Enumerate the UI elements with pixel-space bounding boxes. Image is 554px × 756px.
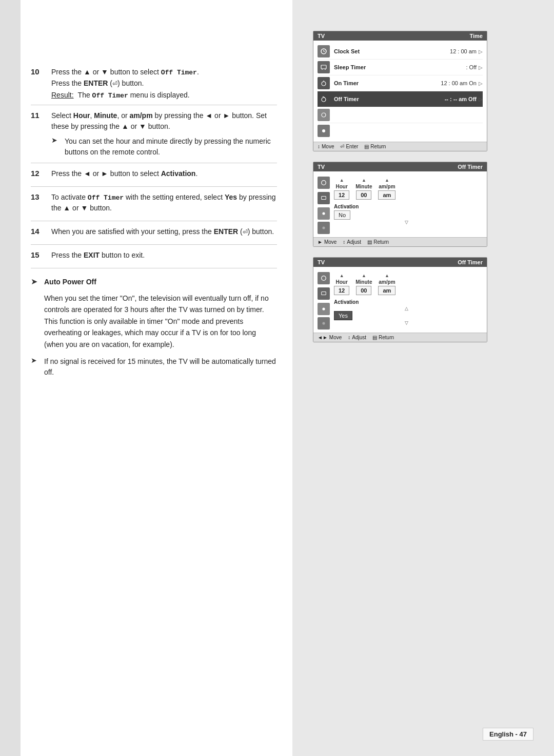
hour-col-2: ▲ Hour 12 bbox=[334, 178, 349, 200]
hour-label-2: Hour bbox=[335, 184, 347, 189]
move-icon-3: ◄► bbox=[318, 335, 328, 340]
activation-yes-button[interactable]: Yes bbox=[334, 311, 352, 320]
step-12-text: Press the ◄ or ► button to select Activa… bbox=[51, 168, 277, 179]
sleep-icon bbox=[318, 61, 330, 73]
arrow-text-11: You can set the hour and minute directly… bbox=[65, 136, 277, 158]
return-icon-2: ▤ bbox=[367, 239, 372, 245]
misc1-icon bbox=[318, 109, 330, 121]
step-11-text: Select Hour, Minute, or am/pm by pressin… bbox=[51, 110, 277, 132]
p2-misc-icon bbox=[318, 207, 330, 220]
tv-row-off-timer: Off Timer -- : -- am Off ▷ bbox=[318, 91, 483, 107]
misc2-icon bbox=[318, 125, 330, 137]
minute-up-arrow-3: ▲ bbox=[362, 273, 366, 278]
on-timer-label: On Timer bbox=[334, 80, 437, 86]
minute-col-2: ▲ Minute 00 bbox=[355, 178, 372, 200]
svg-point-12 bbox=[322, 181, 326, 185]
activation-no-button[interactable]: No bbox=[334, 210, 350, 220]
page-container: 10 Press the ▲ or ▼ button to select Off… bbox=[0, 0, 554, 756]
tv-panel-1-header: TV Time bbox=[313, 31, 487, 41]
step-content-11: Select Hour, Minute, or am/pm by pressin… bbox=[51, 110, 277, 158]
page-footer: English - 47 bbox=[483, 728, 533, 741]
step-13-text: To activate Off Timer with the setting e… bbox=[51, 192, 277, 214]
return-icon-1: ▤ bbox=[364, 144, 369, 149]
auto-power-para1: When you set the timer "On", the televis… bbox=[44, 293, 277, 350]
hour-value-2: 12 bbox=[334, 190, 349, 200]
adjust-label-3: Adjust bbox=[352, 335, 366, 340]
tv-panel-3-header: TV Off Timer bbox=[313, 258, 487, 267]
svg-point-14 bbox=[322, 212, 325, 215]
tv-panel-3-title-left: TV bbox=[318, 259, 325, 265]
step-number-13: 13 bbox=[31, 192, 43, 201]
activation-down-arrow-3: ▽ bbox=[334, 320, 479, 325]
hour-up-arrow-3: ▲ bbox=[340, 273, 344, 278]
clock-set-value: 12 : 00 am ▷ bbox=[450, 48, 483, 54]
move-label-3: Move bbox=[329, 335, 342, 340]
ampm-label-2: am/pm bbox=[379, 184, 395, 189]
tv-panel-2-title-right: Off Timer bbox=[458, 164, 483, 170]
svg-rect-13 bbox=[322, 197, 326, 200]
minute-value-2: 00 bbox=[356, 190, 371, 200]
step-content-14: When you are satisfied with your setting… bbox=[51, 226, 277, 239]
on-timer-icon bbox=[318, 77, 330, 89]
hour-up-arrow-2: ▲ bbox=[340, 178, 344, 183]
footer-move-1: ↕ Move bbox=[318, 144, 334, 149]
return-label-2: Return bbox=[373, 239, 389, 245]
ampm-label-3: am/pm bbox=[379, 279, 395, 285]
sleep-timer-label: Sleep Timer bbox=[334, 64, 462, 70]
activation-label-2: Activation bbox=[334, 204, 479, 209]
move-label-2: Move bbox=[324, 239, 337, 245]
sleep-timer-value: : Off ▷ bbox=[466, 64, 483, 70]
auto-power-title: Auto Power Off bbox=[44, 278, 96, 286]
p3-clock-icon bbox=[318, 272, 330, 284]
svg-point-16 bbox=[322, 276, 326, 281]
tv-panel-3-body: ▲ Hour 12 ▲ Minute 00 ▲ am/p bbox=[313, 267, 487, 333]
right-sidebar: TV Time Clock Set 12 : 00 am ▷ Sl bbox=[292, 0, 554, 756]
move-label-1: Move bbox=[322, 144, 334, 149]
ampm-up-arrow-2: ▲ bbox=[385, 178, 389, 183]
adjust-icon-3: ↕ bbox=[348, 335, 350, 340]
svg-point-10 bbox=[322, 113, 326, 117]
footer-move-2: ► Move bbox=[318, 239, 337, 245]
tv-row-sleep-timer: Sleep Timer : Off ▷ bbox=[318, 60, 483, 75]
move-icon-2: ► bbox=[318, 239, 323, 245]
step-number-10: 10 bbox=[31, 67, 43, 76]
ampm-up-arrow-3: ▲ bbox=[385, 273, 389, 278]
p3-misc2-icon bbox=[318, 317, 330, 329]
off-timer-value-row: -- : -- am Off ▷ bbox=[445, 96, 483, 102]
step-14: 14 When you are satisfied with your sett… bbox=[31, 221, 277, 245]
p3-misc-icon bbox=[318, 303, 330, 315]
tv-panel-3-layout: ▲ Hour 12 ▲ Minute 00 ▲ am/p bbox=[318, 270, 483, 329]
svg-point-11 bbox=[322, 129, 325, 132]
svg-point-6 bbox=[322, 82, 326, 86]
step-content-13: To activate Off Timer with the setting e… bbox=[51, 192, 277, 216]
svg-point-15 bbox=[322, 226, 325, 229]
step-14-text: When you are satisfied with your setting… bbox=[51, 226, 277, 237]
tv-panel-2-header: TV Off Timer bbox=[313, 162, 487, 171]
off-timer-icon bbox=[318, 93, 330, 105]
ampm-value-3: am bbox=[378, 286, 395, 295]
footer-return-1: ▤ Return bbox=[364, 144, 386, 149]
hour-label-3: Hour bbox=[335, 279, 347, 285]
tv-panel-2-icons bbox=[318, 175, 332, 234]
auto-power-para2: If no signal is received for 15 minutes,… bbox=[44, 356, 277, 378]
off-timer-label-row: Off Timer bbox=[334, 96, 441, 102]
adjust-label-2: Adjust bbox=[347, 239, 361, 245]
tv-panel-1-body: Clock Set 12 : 00 am ▷ Sleep Timer : Off… bbox=[313, 41, 487, 142]
tv-panel-1-title-left: TV bbox=[318, 33, 325, 39]
tv-panel-1-footer: ↕ Move ⏎ Enter ▤ Return bbox=[313, 142, 487, 151]
return-icon-3: ▤ bbox=[372, 335, 377, 340]
result-label: Result: bbox=[51, 91, 74, 100]
move-icon-1: ↕ bbox=[318, 144, 320, 149]
tv-row-on-timer: On Timer 12 : 00 am On ▷ bbox=[318, 75, 483, 91]
svg-rect-3 bbox=[321, 65, 326, 69]
step-number-11: 11 bbox=[31, 111, 43, 120]
activation-section-3: Activation △ Yes ▽ bbox=[332, 297, 483, 327]
result-line: Result: The Off Timer menu is displayed. bbox=[51, 91, 277, 100]
auto-power-bullet2: ➤ If no signal is received for 15 minute… bbox=[31, 356, 277, 378]
auto-power-arrow: ➤ bbox=[31, 277, 39, 286]
step-number-14: 14 bbox=[31, 227, 43, 236]
tv-panel-2: TV Off Timer bbox=[313, 162, 487, 247]
auto-power-section: ➤ Auto Power Off When you set the timer … bbox=[31, 268, 277, 378]
minute-label-3: Minute bbox=[355, 279, 372, 285]
return-label-3: Return bbox=[379, 335, 394, 340]
